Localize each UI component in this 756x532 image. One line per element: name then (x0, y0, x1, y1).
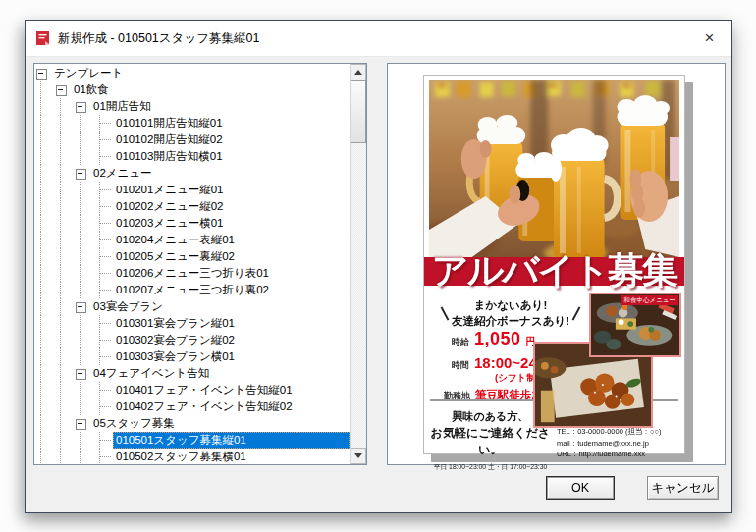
tree-item-label[interactable]: 010501スタッフ募集縦01 (113, 432, 350, 449)
tree-item[interactable]: 010201メニュー縦01 (34, 182, 350, 198)
collapse-toggle-icon[interactable] (36, 65, 49, 81)
contact-line2: お気軽にご連絡ください。 (428, 425, 553, 458)
titlebar: 新規作成 - 010501スタッフ募集縦01 × (26, 21, 731, 57)
tree-item[interactable]: 010501スタッフ募集縦01 (34, 432, 350, 449)
menu-tag: 和食中心メニュー (621, 295, 678, 305)
tree-guide-line (56, 282, 76, 298)
tree-connector (95, 232, 113, 248)
collapse-toggle-icon[interactable] (76, 165, 88, 182)
tree-guide-line (76, 282, 95, 298)
tree-guide-line (56, 415, 76, 432)
tree-item-label[interactable]: 010103開店告知横01 (113, 148, 226, 165)
tree-item[interactable]: 010205メニュー裏縦02 (34, 248, 350, 265)
tree-guide-line (76, 132, 95, 148)
tree-connector (95, 348, 113, 365)
tree-item-label[interactable]: 010401フェア・イベント告知縦01 (113, 382, 296, 399)
tree-item-label[interactable]: 010201メニュー縦01 (113, 182, 226, 198)
tree-item-label[interactable]: 010203メニュー横01 (113, 215, 226, 232)
scroll-down-button[interactable] (351, 448, 366, 464)
tree-item-label[interactable]: 010101開店告知縦01 (113, 115, 226, 132)
tree-connector (95, 399, 113, 415)
tree-item[interactable]: 010303宴会プラン横01 (34, 348, 350, 365)
tree-item[interactable]: 010204メニュー表縦01 (34, 232, 350, 248)
tree-item[interactable]: 010101開店告知縦01 (34, 115, 350, 132)
tree-item[interactable]: テンプレート (34, 65, 350, 81)
close-button[interactable]: × (687, 21, 731, 56)
tree-item-label[interactable]: 010303宴会プラン横01 (113, 348, 238, 365)
tree-guide-line (36, 132, 56, 148)
appeal-block: まかないあり! 友達紹介ボーナスあり! (428, 297, 593, 329)
tree-item[interactable]: 010402フェア・イベント告知縦02 (34, 399, 350, 415)
tree-guide-line (36, 198, 56, 215)
tree-guide-line (36, 332, 56, 348)
tree-item-label[interactable]: 010207メニュー三つ折り裏02 (113, 282, 272, 298)
collapse-toggle-icon[interactable] (76, 98, 88, 115)
slash-left-decoration (441, 306, 450, 320)
tree-guide-line (56, 165, 76, 182)
tree-item-label[interactable]: 010102開店告知縦02 (113, 132, 226, 148)
tree-item-label[interactable]: 010202メニュー縦02 (113, 198, 226, 215)
tree-item[interactable]: 010302宴会プラン縦02 (34, 332, 350, 348)
tree-item[interactable]: 01飲食 (34, 81, 350, 98)
tree-guide-line (76, 432, 95, 449)
scrollbar-thumb[interactable] (351, 80, 366, 143)
tree-guide-line (56, 215, 76, 232)
wage-row: 時給 1,050 円 (452, 329, 536, 349)
tree-item-label[interactable]: 04フェアイベント告知 (90, 365, 212, 382)
collapse-toggle-icon[interactable] (56, 81, 69, 98)
collapse-toggle-icon[interactable] (76, 365, 88, 382)
tree-guide-line (36, 248, 56, 265)
close-icon: × (705, 28, 715, 48)
tree-item-label[interactable]: 01開店告知 (90, 98, 154, 115)
tree-item-label[interactable]: 05スタッフ募集 (90, 415, 178, 432)
tree-guide-line (56, 382, 76, 399)
tree-item[interactable]: 010102開店告知縦02 (34, 132, 350, 148)
tree-item-label[interactable]: 010206メニュー三つ折り表01 (113, 265, 272, 282)
tree-guide-line (36, 449, 56, 464)
tree-guide-line (56, 298, 76, 315)
tree-item-label[interactable]: 010402フェア・イベント告知縦02 (113, 399, 296, 415)
ok-button[interactable]: OK (546, 476, 615, 500)
tree-item-label[interactable]: 010302宴会プラン縦02 (113, 332, 238, 348)
tree-connector (95, 148, 113, 165)
tree-item-label[interactable]: 02メニュー (90, 165, 155, 182)
appeal-line1: まかないあり! (452, 297, 569, 313)
tree-item-label[interactable]: テンプレート (51, 65, 126, 81)
template-tree[interactable]: テンプレート01飲食01開店告知010101開店告知縦01010102開店告知縦… (33, 63, 367, 465)
tree-scrollbar[interactable] (350, 64, 366, 464)
collapse-toggle-icon[interactable] (76, 415, 88, 432)
tree-item-label[interactable]: 010301宴会プラン縦01 (113, 315, 238, 332)
tree-connector (95, 215, 113, 232)
tree-connector (95, 332, 113, 348)
tree-guide-line (36, 365, 56, 382)
tree-item[interactable]: 03宴会プラン (34, 298, 350, 315)
tree-item-label[interactable]: 010205メニュー裏縦02 (113, 248, 238, 265)
tree-item[interactable]: 010207メニュー三つ折り裏02 (34, 282, 350, 298)
tree-guide-line (56, 182, 76, 198)
tree-item[interactable]: 02メニュー (34, 165, 350, 182)
tree-item-label[interactable]: 010204メニュー表縦01 (113, 232, 238, 248)
tree-item[interactable]: 010202メニュー縦02 (34, 198, 350, 215)
tree-item[interactable]: 010206メニュー三つ折り表01 (34, 265, 350, 282)
tree-item-label[interactable]: 03宴会プラン (90, 298, 166, 315)
tree-guide-line (76, 382, 95, 399)
tree-item[interactable]: 010203メニュー横01 (34, 215, 350, 232)
cancel-button[interactable]: キャンセル (647, 476, 719, 500)
tree-item[interactable]: 04フェアイベント告知 (34, 365, 350, 382)
tree-guide-line (36, 315, 56, 332)
tree-item[interactable]: 010502スタッフ募集横01 (34, 449, 350, 464)
window-title: 新規作成 - 010501スタッフ募集縦01 (58, 30, 259, 47)
scroll-up-button[interactable] (351, 64, 366, 80)
tree-item[interactable]: 010401フェア・イベント告知縦01 (34, 382, 350, 399)
tree-item[interactable]: 010103開店告知横01 (34, 148, 350, 165)
tree-item[interactable]: 05スタッフ募集 (34, 415, 350, 432)
contact-hours: 平日 18:00~23:00 土・日 17:00~23:30 (428, 462, 553, 472)
tree-item[interactable]: 010301宴会プラン縦01 (34, 315, 350, 332)
tree-connector (95, 115, 113, 132)
tree-item-label[interactable]: 010502スタッフ募集横01 (113, 449, 249, 464)
collapse-toggle-icon[interactable] (76, 298, 88, 315)
tree-item-label[interactable]: 01飲食 (71, 81, 112, 98)
poster-title-band: アルバイト募集 (424, 257, 684, 286)
tree-guide-line (76, 182, 95, 198)
tree-item[interactable]: 01開店告知 (34, 98, 350, 115)
